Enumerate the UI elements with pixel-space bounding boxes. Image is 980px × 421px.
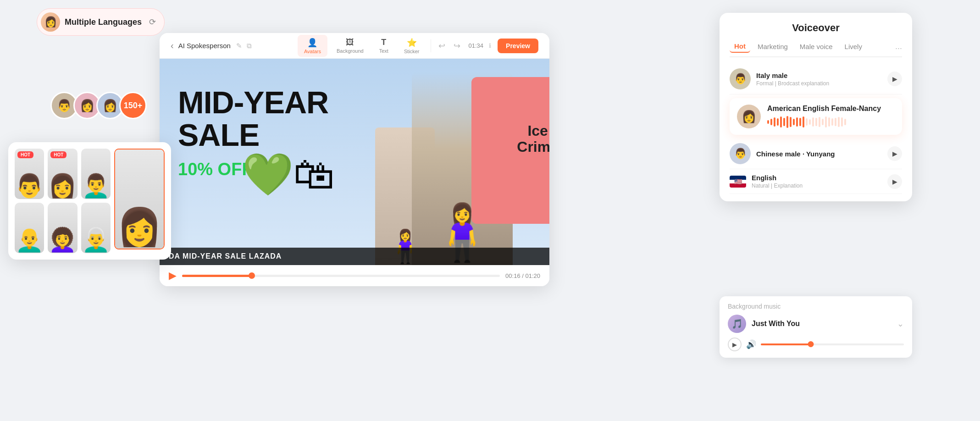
waveform-bar-1 (770, 119, 772, 125)
editor-main: ‹ AI Spokesperson ✎ ⧉ 👤 Avatars 🖼 Backgr… (160, 33, 549, 286)
discount-text: 10% OFF (178, 160, 253, 179)
language-badge-avatar: 👩 (41, 12, 60, 32)
bg-music-title: Just With You (752, 320, 891, 328)
avatar-grid-item-3[interactable]: 👨‍🦱 (81, 149, 111, 199)
waveform-bar-17 (822, 119, 824, 125)
voice-name-english: English (752, 174, 882, 182)
avatar-figure-6: 👨‍🦳 (81, 203, 111, 253)
avatar-grid-item-2[interactable]: HOT 👩 (48, 149, 77, 199)
avatar-grid-item-4[interactable]: 👨‍🦲 (15, 203, 44, 253)
avatar-figure-4: 👨‍🦲 (15, 203, 44, 253)
avatar-grid-item-selected[interactable]: 👩 (114, 149, 165, 249)
avatars-row: 👨 👩 👩 150+ (50, 92, 147, 119)
avatar-grid-item-6[interactable]: 👨‍🦳 (81, 203, 111, 253)
tool-text[interactable]: T Text (373, 35, 395, 56)
progress-dot (249, 272, 255, 279)
video-controls: ▶ 00:16 / 01:20 (160, 265, 549, 286)
voice-play-italy-male[interactable]: ▶ (887, 72, 902, 86)
bg-music-thumbnail: 🎵 (728, 315, 746, 333)
voice-avatar-italy-male: 👨 (730, 68, 751, 89)
avatar-grid-panel: HOT 👨 HOT 👩 👨‍🦱 👨‍🦲 👩‍🦱 👨‍🦳 👩 (8, 142, 171, 260)
back-button[interactable]: ‹ (171, 40, 174, 51)
waveform-bar-10 (799, 118, 801, 126)
voice-play-english[interactable]: ▶ (887, 174, 902, 189)
bg-music-label: Background music (728, 303, 904, 310)
voice-name-italy-male: Italy male (756, 72, 882, 79)
hot-badge-1: HOT (17, 151, 33, 158)
waveform-bar-2 (774, 117, 775, 127)
waveform-bar-9 (796, 117, 798, 127)
play-button[interactable]: ▶ (169, 270, 177, 282)
info-icon: ℹ (489, 42, 491, 49)
avatar-figure-5: 👩‍🦱 (48, 203, 77, 253)
undo-button[interactable]: ↩ (436, 39, 448, 53)
voice-avatar-nancy: 👩 (737, 105, 761, 128)
copy-icon[interactable]: ⧉ (247, 42, 252, 50)
bg-slider-fill (761, 343, 811, 345)
waveform-bar-12 (806, 118, 808, 126)
waveform-bar-16 (819, 117, 820, 127)
bg-music-panel: Background music 🎵 Just With You ⌄ ▶ 🔊 (720, 296, 912, 358)
language-badge-label: Multiple Languages (65, 17, 142, 27)
heart-bag-sticker: 💚🛍 (242, 150, 335, 199)
tool-sticker[interactable]: ⭐ Sticker (398, 35, 426, 57)
voice-play-chinese-male[interactable]: ▶ (887, 146, 902, 161)
waveform-bar-6 (786, 116, 788, 128)
background-icon: 🖼 (346, 38, 354, 47)
bg-play-button[interactable]: ▶ (728, 338, 742, 351)
tab-lively[interactable]: Lively (840, 41, 867, 52)
edit-title-icon[interactable]: ✎ (236, 42, 242, 50)
pink-truck: IceCrime (471, 77, 549, 224)
waveform-bar-11 (803, 116, 804, 127)
video-ticker: DA MID-YEAR SALE LAZADA (160, 248, 549, 265)
avatar-grid-item-1[interactable]: HOT 👨 (15, 149, 44, 199)
language-badge[interactable]: 👩 Multiple Languages ⟳ (37, 8, 165, 36)
waveform-bar-4 (780, 116, 782, 127)
voice-item-nancy[interactable]: 👩 American English Female-Nancy (730, 98, 902, 135)
voice-name-chinese-male: Chinese male · Yunyang (756, 150, 882, 158)
video-canvas: MID-YEAR SALE 10% OFF 💚🛍 IceCrime 🧍‍♀️ 🧍… (160, 59, 549, 265)
voice-desc-italy-male: Formal | Brodcast explanation (756, 80, 882, 87)
text-icon: T (381, 38, 386, 47)
voice-item-italy-male: 👨 Italy male Formal | Brodcast explanati… (730, 64, 902, 94)
tab-male-voice[interactable]: Male voice (795, 41, 837, 52)
video-duration: 01:34 (469, 42, 484, 49)
time-display: 00:16 / 01:20 (505, 272, 540, 279)
tool-avatars[interactable]: 👤 Avatars (298, 35, 327, 57)
bg-music-controls: ▶ 🔊 (728, 338, 904, 351)
waveform-bar-7 (790, 117, 792, 127)
bg-slider-dot (808, 341, 814, 347)
progress-bar[interactable] (182, 275, 500, 277)
waveform-bar-19 (828, 117, 830, 127)
preview-button[interactable]: Preview (498, 39, 538, 53)
progress-fill (182, 275, 252, 277)
bg-volume-slider[interactable] (761, 343, 904, 345)
waveform-bar-15 (815, 118, 817, 126)
repeat-icon: ⟳ (149, 17, 156, 27)
avatar-count-badge[interactable]: 150+ (119, 92, 147, 119)
sticker-icon: ⭐ (407, 38, 417, 48)
waveform-bar-18 (825, 116, 827, 127)
tab-more[interactable]: ... (895, 42, 902, 51)
waveform-bar-8 (793, 119, 795, 125)
waveform-bar-24 (844, 119, 846, 125)
volume-icon: 🔊 (746, 339, 756, 349)
chevron-down-icon[interactable]: ⌄ (897, 319, 904, 329)
avatar-grid-item-5[interactable]: 👩‍🦱 (48, 203, 77, 253)
voice-info-chinese-male: Chinese male · Yunyang (756, 150, 882, 158)
avatar-figure-3: 👨‍🦱 (81, 149, 111, 199)
waveform-bar-22 (838, 117, 840, 127)
voice-item-chinese-male: 👨 Chinese male · Yunyang ▶ (730, 138, 902, 169)
tool-background[interactable]: 🖼 Background (330, 35, 370, 56)
redo-button[interactable]: ↪ (451, 39, 463, 53)
bg-music-row: 🎵 Just With You ⌄ (728, 315, 904, 333)
waveform-bar-20 (831, 118, 833, 126)
tab-marketing[interactable]: Marketing (753, 41, 792, 52)
tab-hot[interactable]: Hot (730, 40, 750, 53)
voice-desc-english: Natural | Explanation (752, 183, 882, 189)
waveform-bar-21 (835, 118, 836, 126)
hot-badge-2: HOT (50, 151, 66, 158)
editor-toolbar: ‹ AI Spokesperson ✎ ⧉ 👤 Avatars 🖼 Backgr… (160, 33, 549, 59)
voiceover-tabs: Hot Marketing Male voice Lively ... (730, 40, 902, 57)
project-title: AI Spokesperson (178, 42, 231, 50)
